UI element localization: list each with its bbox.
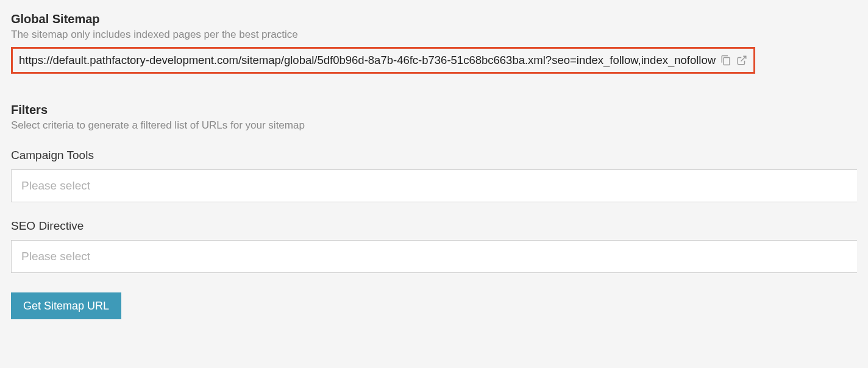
global-sitemap-subtitle: The sitemap only includes indexed pages … [11,29,857,41]
seo-directive-placeholder: Please select [21,250,90,263]
campaign-tools-placeholder: Please select [21,179,90,193]
filters-section: Filters Select criteria to generate a fi… [11,103,857,319]
external-link-icon[interactable] [736,55,747,66]
campaign-tools-label: Campaign Tools [11,149,857,162]
sitemap-url-highlight: https://default.pathfactory-development.… [11,47,755,74]
seo-directive-select[interactable]: Please select [11,240,857,273]
filters-title: Filters [11,103,857,117]
global-sitemap-section: Global Sitemap The sitemap only includes… [11,12,857,91]
svg-line-0 [741,56,746,61]
sitemap-url-text: https://default.pathfactory-development.… [19,54,716,67]
seo-directive-label: SEO Directive [11,219,857,233]
filters-subtitle: Select criteria to generate a filtered l… [11,119,857,132]
get-sitemap-url-button[interactable]: Get Sitemap URL [11,292,121,319]
copy-icon[interactable] [720,55,731,66]
global-sitemap-title: Global Sitemap [11,12,857,26]
campaign-tools-select[interactable]: Please select [11,169,857,202]
